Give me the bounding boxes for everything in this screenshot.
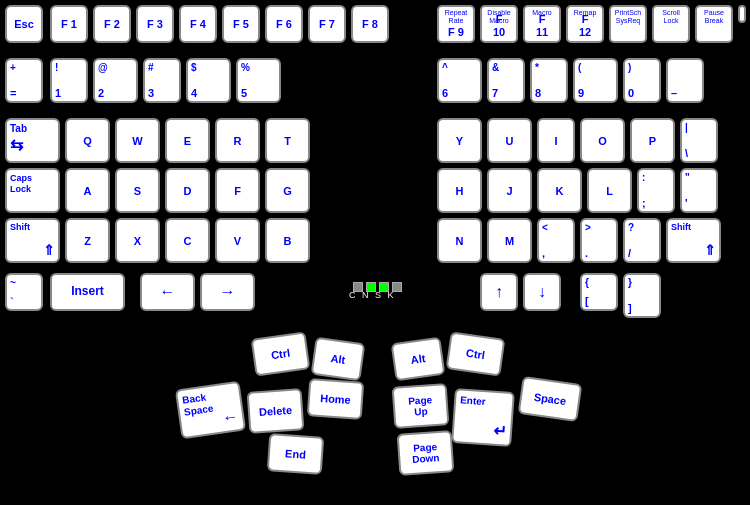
semicolon-key[interactable]: : ; [637,168,675,213]
ctrl-right-cluster-key[interactable]: Ctrl [446,331,506,376]
up-arrow-key[interactable]: ↑ [480,273,518,311]
7-key[interactable]: & 7 [487,58,525,103]
down-arrow-key[interactable]: ↓ [523,273,561,311]
capslock-key[interactable]: CapsLock [5,168,60,213]
f11-key[interactable]: Macro F 11 [523,5,561,43]
p-key[interactable]: P [630,118,675,163]
pagedown-key[interactable]: PageDown [397,430,455,476]
u-key[interactable]: U [487,118,532,163]
f5-key[interactable]: F 5 [222,5,260,43]
plus-equals-key[interactable]: + = [5,58,43,103]
backspace-key[interactable]: BackSpace ← [175,381,246,440]
f9-key[interactable]: RepeatRate F 9 [437,5,475,43]
b-key[interactable]: B [265,218,310,263]
alt-left-cluster-key[interactable]: Alt [311,337,366,382]
e-key[interactable]: E [165,118,210,163]
insert-key[interactable]: Insert [50,273,125,311]
d-key[interactable]: D [165,168,210,213]
ctrl-left-cluster-key[interactable]: Ctrl [251,331,311,376]
k-key[interactable]: K [537,168,582,213]
keypad-key[interactable] [738,5,746,23]
i-key[interactable]: I [537,118,575,163]
a-key[interactable]: A [65,168,110,213]
end-key[interactable]: End [267,433,325,475]
5-key[interactable]: % 5 [236,58,281,103]
space-key[interactable]: Space [518,376,583,422]
o-key[interactable]: O [580,118,625,163]
enter-key[interactable]: Enter ↵ [451,388,515,447]
tab-key[interactable]: Tab ⇆ [5,118,60,163]
pageup-key[interactable]: PageUp [392,383,450,429]
printscreen-key[interactable]: PrintSchSysReq [609,5,647,43]
t-key[interactable]: T [265,118,310,163]
n-key[interactable]: N [437,218,482,263]
f-key[interactable]: F [215,168,260,213]
f1-key[interactable]: F 1 [50,5,88,43]
1-key[interactable]: ! 1 [50,58,88,103]
alt-right-cluster-key[interactable]: Alt [391,337,446,382]
f8-key[interactable]: F 8 [351,5,389,43]
minus-key[interactable]: – [666,58,704,103]
left-arrow-key[interactable]: ← [140,273,195,311]
4-key[interactable]: $ 4 [186,58,231,103]
v-key[interactable]: V [215,218,260,263]
x-key[interactable]: X [115,218,160,263]
9-key[interactable]: ( 9 [573,58,618,103]
backslash-key[interactable]: | \ [680,118,718,163]
6-key[interactable]: ^ 6 [437,58,482,103]
slash-key[interactable]: ? / [623,218,661,263]
f6-key[interactable]: F 6 [265,5,303,43]
home-key[interactable]: Home [307,378,365,420]
tilde-key[interactable]: ~ ` [5,273,43,311]
bracket-right-key[interactable]: } ] [623,273,661,318]
shift-right-key[interactable]: Shift ⇑ [666,218,721,263]
c-key[interactable]: C [165,218,210,263]
quote-key[interactable]: " ' [680,168,718,213]
indicator-labels: C N S K [349,290,396,300]
f2-key[interactable]: F 2 [93,5,131,43]
delete-key[interactable]: Delete [247,388,305,434]
l-key[interactable]: L [587,168,632,213]
8-key[interactable]: * 8 [530,58,568,103]
j-key[interactable]: J [487,168,532,213]
f4-key[interactable]: F 4 [179,5,217,43]
f7-key[interactable]: F 7 [308,5,346,43]
shift-left-key[interactable]: Shift ⇑ [5,218,60,263]
3-key[interactable]: # 3 [143,58,181,103]
w-key[interactable]: W [115,118,160,163]
bracket-left-key[interactable]: { [ [580,273,618,311]
esc-key[interactable]: Esc [5,5,43,43]
z-key[interactable]: Z [65,218,110,263]
comma-key[interactable]: < , [537,218,575,263]
s-key[interactable]: S [115,168,160,213]
q-key[interactable]: Q [65,118,110,163]
y-key[interactable]: Y [437,118,482,163]
scrolllock-key[interactable]: ScrollLock [652,5,690,43]
m-key[interactable]: M [487,218,532,263]
f10-key[interactable]: DisableMacro F 10 [480,5,518,43]
pause-key[interactable]: PauseBreak [695,5,733,43]
g-key[interactable]: G [265,168,310,213]
r-key[interactable]: R [215,118,260,163]
f3-key[interactable]: F 3 [136,5,174,43]
h-key[interactable]: H [437,168,482,213]
0-key[interactable]: ) 0 [623,58,661,103]
f12-key[interactable]: Remap F 12 [566,5,604,43]
2-key[interactable]: @ 2 [93,58,138,103]
right-arrow-key[interactable]: → [200,273,255,311]
period-key[interactable]: > . [580,218,618,263]
